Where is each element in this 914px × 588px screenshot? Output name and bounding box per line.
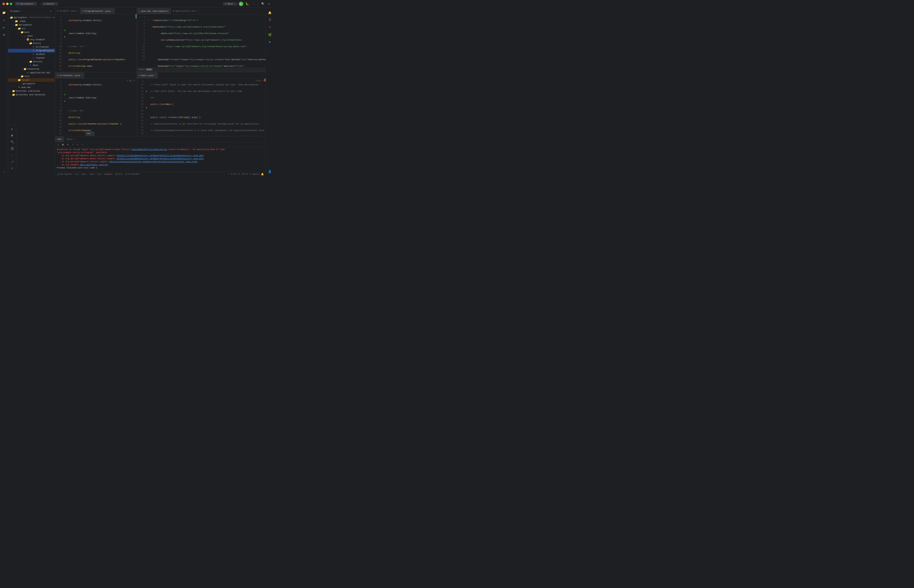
tab-main[interactable]: C Main.java × [137,72,158,78]
project-panel-header: Project ▾ ⚙ [8,8,55,15]
close-main-run-tab[interactable]: × [73,138,74,141]
exception-link[interactable]: NoSuchBeanDefinitionException [131,149,167,151]
breadcrumb-class: C [125,173,127,175]
run-tab[interactable]: Run [55,137,64,142]
close-main-tab[interactable]: × [154,74,156,77]
stop-button[interactable]: ⏹ [61,142,65,147]
tab-pom-xml[interactable]: M pom.xml (SpringTest) [137,8,171,14]
tree-item-scratches[interactable]: ▸ 📁 Scratches and Consoles [8,93,55,97]
right-icon-m[interactable]: M [267,24,273,31]
status-lf[interactable]: LF [238,173,240,175]
sidebar-icon-commit[interactable]: ◎ [1,17,7,23]
bl-icon-stop[interactable]: ⏹ [10,133,15,139]
tab-bar-bottom-left: C ArtTeacher.java × ⋮ [55,72,137,79]
art-teacher-tab-options[interactable]: ⋮ [131,74,136,78]
bl-icon-problems[interactable]: ⚠ [10,152,15,158]
tree-item-test[interactable]: ▸ 📁 test [8,74,55,78]
debug-button[interactable]: 🐛 [245,2,249,6]
tree-item-org-example[interactable]: ▾ 📦 org.example [8,38,55,42]
tree-item-java[interactable]: ▾ ☕ java [8,34,55,38]
close-program-teacher-tab[interactable]: × [112,10,113,12]
tree-item-target[interactable]: ▸ 📁 target [8,78,55,82]
editor-pane-program-teacher: C Student.java × C ProgramTeacher.java ×… [55,8,137,72]
minimize-button[interactable] [6,3,8,5]
tab-application-xml[interactable]: X application.xml × [171,8,200,14]
tree-item-pom-xml[interactable]: M pom.xml [8,86,55,89]
more-run-options[interactable]: ⋮ [251,2,256,6]
art-teacher-editor: ⚠ 1 ∧ ∨ 12345678910111213141516171819 [55,79,137,136]
line-numbers-main: 91011121314151617181920212223242526 [137,79,145,136]
project-name[interactable]: S1 SpringTest ▾ [15,2,37,6]
stack-link-2[interactable]: DefaultListableBeanFactory.getBean(Defau… [117,158,204,160]
status-encoding[interactable]: UTF-8 [242,173,248,175]
status-indent[interactable]: 4 spaces [249,173,259,175]
close-art-teacher-tab[interactable]: × [81,74,82,77]
bl-icon-settings[interactable]: ⚙ [10,165,15,171]
bl-icon-build[interactable]: 🔨 [10,139,15,145]
more-run-actions[interactable]: ⋯ [81,142,84,147]
tab-student[interactable]: C Student.java × [55,8,80,14]
tree-item-springtest[interactable]: ▾ 📁 SpringTest ~/Desktop/CS/JavaEE/2 Jav… [8,16,55,19]
tree-item-main-class[interactable]: C Main [8,63,55,67]
tree-item-application-xml[interactable]: X application.xml [8,71,55,74]
tab-program-teacher[interactable]: C ProgramTeacher.java × [80,8,115,14]
tree-item-idea[interactable]: ▸ 📁 .idea [8,19,55,23]
close-student-tab[interactable]: × [77,10,78,12]
right-icon-user[interactable]: 👤 [267,168,273,175]
right-icon-blue-dot[interactable]: ● [267,39,273,45]
tree-item-main[interactable]: ▾ 📁 main [8,31,55,34]
sidebar-icon-project[interactable]: 📁 [1,10,7,16]
tree-item-programteacher[interactable]: C ProgramTeacher [8,49,55,52]
sidebar-icon-structure[interactable]: ⊞ [1,31,7,38]
tree-item-src[interactable]: ▾ 📁 src [8,27,55,31]
tree-item-external-libraries[interactable]: ▸ 📁 External Libraries [8,89,55,93]
status-position[interactable]: 6:36 [231,173,236,175]
tree-item-resources[interactable]: ▾ 📁 resources [8,67,55,71]
search-everywhere-button[interactable]: 🔍 [260,2,265,6]
main-run-tab[interactable]: Main × [64,137,77,142]
run-config[interactable]: ▶ Main ▾ [223,2,237,6]
main-tab-options[interactable]: ⋮ [260,74,264,78]
branch-name[interactable]: ⎇ master ▾ [42,2,58,6]
tree-item-artteacher[interactable]: C ArtTeacher [8,45,55,49]
right-icon-spring[interactable]: 🌿 [267,31,273,38]
tab-art-teacher[interactable]: C ArtTeacher.java × [55,72,84,78]
tree-item-teacher[interactable]: I Teacher [8,56,55,60]
right-sidebar: 🔔 🗄 M 🌿 ● 👤 [265,8,274,176]
tree-item-entity[interactable]: ▾ 📁 entity [8,42,55,45]
stack-link-1[interactable]: DefaultListableBeanFactory.getBean(Defau… [117,155,204,157]
status-bar-right: ✓ 6:36 LF UTF-8 4 spaces 🔔 [228,173,264,176]
close-button[interactable] [2,3,5,5]
scroll-up-button[interactable]: ⬆ [76,142,80,147]
tree-item-springtest-child[interactable]: ▾ 📁 SpringTest [8,23,55,27]
right-icon-database[interactable]: 🗄 [267,17,273,23]
settings-button[interactable]: ⚙ [267,2,271,6]
stack-link-3[interactable]: AbstractApplicationContext.getBean(Abstr… [110,161,198,163]
sidebar-icon-more[interactable]: ⋯ [1,168,7,175]
stack-link-4[interactable]: Main.main(Main.java:28) [80,164,108,166]
scroll-down-button[interactable]: ⬇ [71,142,75,147]
pause-button[interactable]: ⏸ [66,142,70,147]
stack-trace-1: at org.springframework.beans.factory.sup… [57,154,264,157]
tab-options-icon[interactable]: ⋮ [131,10,136,14]
run-button[interactable]: ▶ [239,2,243,6]
traffic-lights [2,3,12,5]
close-application-xml-tab[interactable]: × [196,10,197,12]
bl-icon-git[interactable]: ⎇ [10,159,15,165]
bean-tag[interactable]: bean [146,68,153,71]
bl-icon-terminal[interactable]: ⬛ [10,146,15,152]
bl-icon-run[interactable]: ▶ [10,126,15,132]
tree-item-student[interactable]: C Student [8,52,55,56]
program-teacher-code: package org.example.entity; import lombo… [67,14,136,72]
sidebar-icon-run[interactable]: ▶ [1,24,7,31]
tree-item-gitignore[interactable]: ◦ .gitignore [8,82,55,86]
xml-tab-options[interactable]: ⋮ [260,10,264,14]
tree-item-service[interactable]: ▸ 📁 service [8,60,55,63]
status-notifications[interactable]: 🔔 [261,173,264,176]
rerun-button[interactable]: ↺ [56,142,60,147]
run-toolbar: ↺ ⏹ ⏸ ⬇ ⬆ ⋯ [55,142,265,147]
maximize-button[interactable] [10,3,12,5]
panel-settings-icon[interactable]: ⚙ [49,9,53,13]
right-icon-notifications[interactable]: 🔔 [267,10,273,16]
status-git-icon: ⎇ [57,173,59,176]
